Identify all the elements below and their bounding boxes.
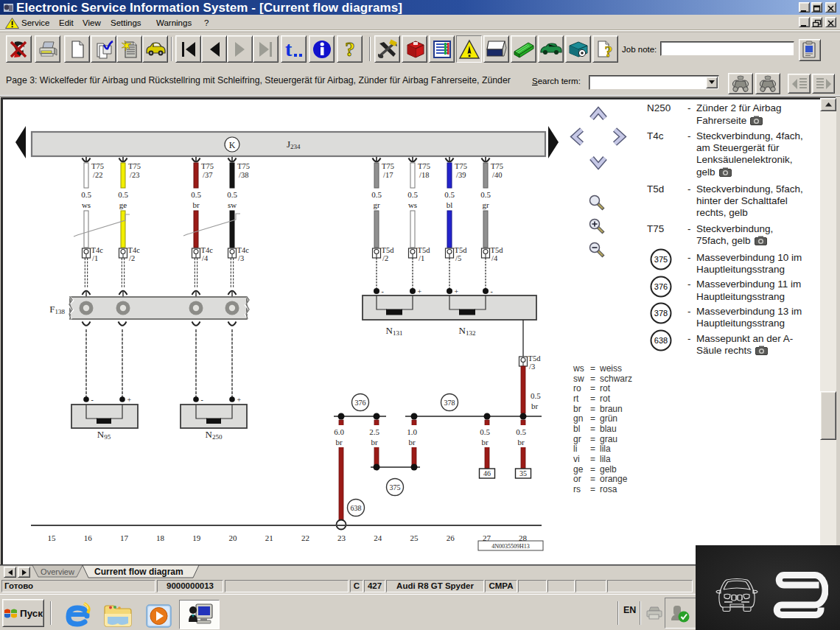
svg-text:35: 35 xyxy=(519,469,527,477)
svg-text:0.5: 0.5 xyxy=(407,190,418,199)
svg-text:T5d: T5d xyxy=(491,246,504,254)
svg-text:24: 24 xyxy=(374,533,382,542)
svg-text:T75: T75 xyxy=(382,162,394,170)
svg-text:/1: /1 xyxy=(92,254,98,262)
svg-text:376: 376 xyxy=(355,399,366,407)
svg-text:br: br xyxy=(335,438,343,447)
svg-text:-: - xyxy=(491,287,493,295)
svg-text:T75: T75 xyxy=(455,162,467,170)
svg-text:4N0035509H13: 4N0035509H13 xyxy=(491,543,530,550)
svg-text:sw: sw xyxy=(228,200,237,209)
svg-text:Current flow diagram: Current flow diagram xyxy=(94,567,183,577)
svg-text:15: 15 xyxy=(48,533,57,542)
svg-text:638: 638 xyxy=(654,336,668,345)
svg-text:K: K xyxy=(229,140,236,150)
svg-text:ws: ws xyxy=(408,200,417,209)
svg-text:T75: T75 xyxy=(418,162,430,170)
svg-text:21: 21 xyxy=(265,533,273,542)
svg-text:0.5: 0.5 xyxy=(531,391,541,400)
svg-text:17: 17 xyxy=(120,533,129,542)
svg-text:0.5: 0.5 xyxy=(81,190,91,199)
svg-text:T5d: T5d xyxy=(528,354,542,363)
svg-text:T75: T75 xyxy=(201,162,214,170)
svg-text:26: 26 xyxy=(447,533,455,542)
svg-text:/5: /5 xyxy=(455,254,461,262)
svg-text:378: 378 xyxy=(444,399,455,407)
svg-text:0.5: 0.5 xyxy=(480,427,490,436)
svg-text:25: 25 xyxy=(410,533,419,542)
svg-text:378: 378 xyxy=(654,309,668,318)
svg-text:0.5: 0.5 xyxy=(444,190,455,199)
svg-text:2.5: 2.5 xyxy=(369,427,379,436)
svg-text:/40: /40 xyxy=(492,171,502,179)
svg-text:br: br xyxy=(408,438,416,447)
svg-text:27: 27 xyxy=(483,533,491,542)
svg-text:6.0: 6.0 xyxy=(334,427,344,436)
svg-text:28: 28 xyxy=(519,533,528,542)
svg-text:T5d: T5d xyxy=(455,246,468,254)
svg-text:T75: T75 xyxy=(237,162,250,170)
svg-text:bl: bl xyxy=(447,200,453,209)
svg-text:T75: T75 xyxy=(91,162,104,170)
svg-text:/2: /2 xyxy=(382,254,388,262)
svg-text:br: br xyxy=(517,438,525,447)
svg-text:Overview: Overview xyxy=(41,567,74,576)
svg-text:F138: F138 xyxy=(49,304,65,315)
svg-text:T5d: T5d xyxy=(418,246,431,254)
svg-text:gr: gr xyxy=(373,200,380,209)
svg-text:/2: /2 xyxy=(129,254,135,262)
svg-text:0.5: 0.5 xyxy=(118,190,128,199)
svg-text:T4c: T4c xyxy=(201,246,214,254)
svg-text:+: + xyxy=(237,396,242,404)
svg-text:br: br xyxy=(481,438,489,447)
svg-text:T4c: T4c xyxy=(128,246,141,254)
svg-text:46: 46 xyxy=(483,469,491,477)
svg-text:/22: /22 xyxy=(93,171,102,179)
svg-text:16: 16 xyxy=(84,533,93,542)
svg-text:/39: /39 xyxy=(456,171,466,179)
svg-text:br: br xyxy=(371,438,378,447)
svg-text:T4c: T4c xyxy=(237,246,250,254)
svg-text:ge: ge xyxy=(119,200,127,209)
svg-text:/3: /3 xyxy=(238,254,244,262)
svg-text:0.5: 0.5 xyxy=(516,427,526,436)
svg-text:ws: ws xyxy=(82,200,91,209)
svg-text:gr: gr xyxy=(482,200,489,209)
svg-text:0.5: 0.5 xyxy=(371,190,382,199)
svg-text:376: 376 xyxy=(654,282,668,291)
svg-text:-: - xyxy=(91,396,94,404)
svg-text:N250: N250 xyxy=(206,429,223,441)
svg-text:22: 22 xyxy=(301,533,309,542)
svg-text:20: 20 xyxy=(229,533,238,542)
svg-text:+: + xyxy=(455,287,459,295)
svg-text:/38: /38 xyxy=(239,171,248,179)
svg-text:375: 375 xyxy=(390,483,401,491)
svg-text:0.5: 0.5 xyxy=(480,190,491,199)
svg-text:N132: N132 xyxy=(459,325,476,337)
svg-text:/1: /1 xyxy=(419,254,424,262)
svg-text:T4c: T4c xyxy=(91,246,104,254)
svg-text:T75: T75 xyxy=(491,162,503,170)
svg-text:/37: /37 xyxy=(203,171,212,179)
svg-text:/18: /18 xyxy=(419,171,429,179)
svg-text:/4: /4 xyxy=(202,254,209,262)
svg-text:+: + xyxy=(127,396,132,404)
svg-text:19: 19 xyxy=(192,533,201,542)
svg-text:br: br xyxy=(192,200,200,209)
svg-text:-: - xyxy=(382,287,384,295)
svg-text:-: - xyxy=(201,396,203,404)
svg-text:+: + xyxy=(418,287,422,295)
svg-text:638: 638 xyxy=(351,504,362,512)
svg-text:23: 23 xyxy=(337,533,346,542)
svg-text:0.5: 0.5 xyxy=(191,190,201,199)
svg-text:T75: T75 xyxy=(128,162,141,170)
svg-text:18: 18 xyxy=(156,533,165,542)
svg-text:br: br xyxy=(531,402,539,410)
svg-text:/23: /23 xyxy=(130,171,139,179)
svg-text:/17: /17 xyxy=(383,171,393,179)
svg-text:1.0: 1.0 xyxy=(407,427,417,436)
svg-text:N95: N95 xyxy=(97,429,111,441)
svg-text:0.5: 0.5 xyxy=(227,190,237,199)
svg-text:T5d: T5d xyxy=(382,246,395,254)
svg-text:/3: /3 xyxy=(529,363,535,371)
